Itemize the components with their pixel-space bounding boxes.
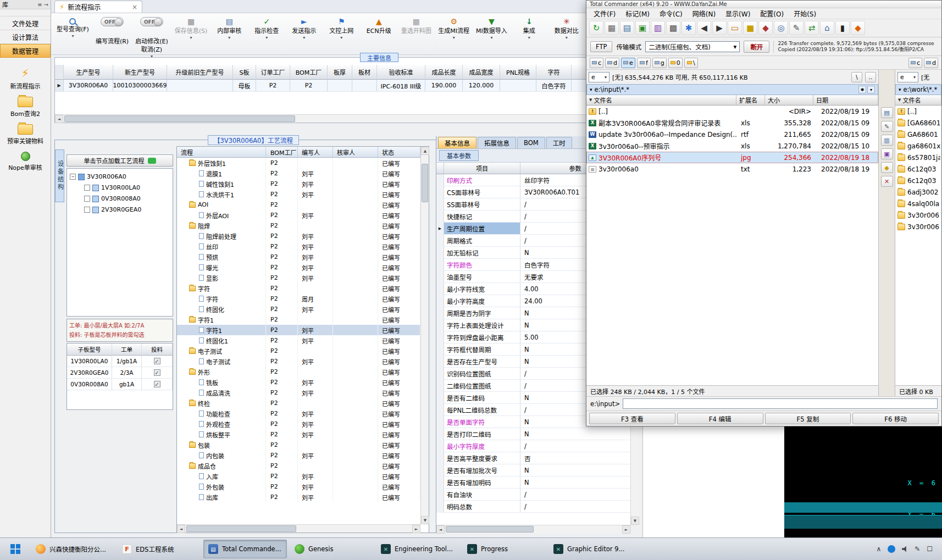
- scroll-left-icon[interactable]: ◄: [177, 525, 185, 533]
- 预烘[interactable]: 预烘 P2 刘平 已编写: [177, 252, 420, 262]
- 3v30r006a0[interactable]: 3v30r006a0 txt 1,223 2022/08/18 19: [586, 163, 878, 175]
- print-icon[interactable]: ▭: [728, 21, 742, 35]
- tree-child-node[interactable]: 2V30R0GEA0: [70, 206, 170, 213]
- feed-checkbox[interactable]: ✓: [154, 369, 160, 376]
- taskbar-item[interactable]: EDS工程系统: [117, 540, 201, 558]
- main-info-column-header[interactable]: 成品宽度: [463, 65, 500, 80]
- fkey-button[interactable]: F5 复制: [765, 413, 851, 424]
- scroll-up-icon[interactable]: ▲: [421, 147, 429, 155]
- forward-icon[interactable]: ▶: [712, 21, 727, 35]
- volume-icon[interactable]: [902, 546, 908, 552]
- main-info-column-header[interactable]: 订单工厂: [256, 65, 290, 80]
- 曝光[interactable]: 曝光 P2 刘平 已编写: [177, 262, 420, 273]
- command-input[interactable]: [623, 398, 938, 409]
- 外形[interactable]: 外形 P2 已编写: [177, 367, 420, 377]
- sidebar-menu-item[interactable]: 设计算法: [0, 30, 51, 44]
- param-row[interactable]: 是否高平整度要求 否: [436, 452, 630, 464]
- drive-button[interactable]: c: [590, 58, 603, 68]
- new-folder-icon[interactable]: ◆: [881, 162, 893, 173]
- drive-button[interactable]: c: [908, 58, 922, 68]
- 碱性蚀刻1[interactable]: 碱性蚀刻1 P2 刘平 已编写: [177, 179, 420, 189]
- tree-view-icon[interactable]: ▥: [651, 21, 665, 35]
- drive-button[interactable]: d: [924, 58, 938, 68]
- path-bar[interactable]: ▾ e:\work\*.*: [895, 84, 941, 95]
- 入库[interactable]: 入库 P2 刘平 已编写: [177, 471, 420, 481]
- off-toggle[interactable]: OFF: [101, 17, 124, 26]
- disconnect-button[interactable]: 断开: [744, 41, 769, 53]
- main-info-column-header[interactable]: 生产型号: [64, 65, 113, 80]
- 字符[interactable]: 字符 P2 已编写: [177, 283, 420, 293]
- drive-button[interactable]: g: [652, 58, 667, 68]
- start-modify-toggle[interactable]: OFF 启动修改(E) 取消(Z) ▾: [134, 16, 169, 60]
- AOI[interactable]: AOI P2 已编写: [177, 199, 420, 210]
- scroll-thumb[interactable]: [446, 526, 534, 533]
- chevron-down-icon[interactable]: ▾: [453, 36, 455, 40]
- ftp-button[interactable]: FTP: [590, 41, 612, 52]
- 外观检查[interactable]: 外观检查 P2 刘平 已编写: [177, 419, 420, 429]
- chevron-down-icon[interactable]: ▾: [303, 36, 305, 40]
- quick-view-icon[interactable]: ▣: [635, 21, 650, 35]
- menu-item[interactable]: 开始(S): [789, 8, 821, 19]
- 退膜1[interactable]: 退膜1 P2 刘平 已编写: [177, 168, 420, 179]
- 字符1[interactable]: 字符1 P2 刘平 已编写: [177, 325, 420, 335]
- tree-child-node[interactable]: 0V30R008A0: [70, 195, 170, 202]
- column-header-date[interactable]: 日期: [813, 95, 878, 106]
- param-row[interactable]: 是否有增加批次号 N: [436, 464, 630, 476]
- main-info-column-header[interactable]: 板厚: [328, 65, 352, 80]
- 外层蚀刻1[interactable]: 外层蚀刻1 P2 已编写: [177, 158, 420, 168]
- fkey-button[interactable]: F4 编辑: [677, 413, 763, 424]
- drive-button[interactable]: e: [621, 58, 635, 68]
- 终固化[interactable]: 终固化 P2 刘平 已编写: [177, 304, 420, 314]
- pack-icon[interactable]: ■: [743, 21, 757, 35]
- favorites-icon[interactable]: ✱: [681, 21, 696, 35]
- ecn-upgrade-button[interactable]: ECN升级: [362, 16, 395, 36]
- model-query-button[interactable]: 型号查询(F) ▾: [56, 16, 90, 40]
- taskbar-item[interactable]: Graphic Editor 9...: [548, 540, 632, 558]
- mi-import-button[interactable]: MI数据导入 ▾: [475, 16, 508, 41]
- column-header-size[interactable]: 大小: [765, 95, 813, 106]
- main-info-hscrollbar[interactable]: ◄ ►: [55, 114, 639, 123]
- column-header-name[interactable]: ▼文件名: [586, 95, 736, 106]
- taskbar-item[interactable]: Genesis: [290, 540, 373, 558]
- menu-item[interactable]: 网络(N): [688, 8, 721, 19]
- chevron-down-icon[interactable]: ▾: [340, 36, 342, 40]
- 成品仓[interactable]: 成品仓 P2 已编写: [177, 461, 420, 471]
- ga68601x[interactable]: ga68601x: [895, 140, 941, 152]
- sidebar-shortcut[interactable]: 新流程指示: [0, 66, 51, 90]
- detail-subtab[interactable]: 基本参数: [439, 150, 479, 161]
- 电子测试[interactable]: 电子测试 P2 刘平 已编写: [177, 356, 420, 367]
- 副本3V30R006A0非常规合同评审记录表[interactable]: 副本3V30R006A0非常规合同评审记录表 xls 355,328 2022/…: [586, 117, 878, 129]
- main-info-column-header[interactable]: BOM工厂: [290, 65, 328, 80]
- 外包装[interactable]: 外包装 P2 刘平 已编写: [177, 481, 420, 492]
- edit-file-icon[interactable]: ✎: [881, 121, 893, 132]
- sidebar-shortcut[interactable]: Nope单审核: [0, 152, 51, 171]
- fkey-button[interactable]: F3 查看: [589, 413, 675, 424]
- flow-table-hscrollbar[interactable]: ◄ ►: [177, 524, 420, 533]
- sidebar-shortcut[interactable]: 预审关键物料: [0, 124, 51, 145]
- parent-dir-button[interactable]: ..: [865, 72, 876, 82]
- param-row[interactable]: 是否打印二维码 N: [436, 428, 630, 440]
- sync-dirs-icon[interactable]: ⇄: [805, 21, 819, 35]
- start-button[interactable]: [3, 540, 28, 558]
- column-header[interactable]: 流程: [177, 147, 266, 158]
- menu-item[interactable]: 文件(F): [589, 8, 620, 19]
- param-row[interactable]: 最小字符厚度 /: [436, 440, 630, 452]
- full-view-icon[interactable]: ▤: [620, 21, 634, 35]
- flow-table-vscrollbar[interactable]: ▲ ▼: [420, 147, 429, 524]
- param-row[interactable]: 明码总数 /: [436, 501, 630, 513]
- 烘板整平[interactable]: 烘板整平 P2 刘平 已编写: [177, 429, 420, 440]
- drive-button[interactable]: d: [605, 58, 619, 68]
- 阻焊[interactable]: 阻焊 P2 已编写: [177, 220, 420, 231]
- 4salq00la[interactable]: 4salq00la: [895, 198, 941, 209]
- history-button[interactable]: ▾: [867, 86, 875, 93]
- 丝印[interactable]: 丝印 P2 刘平 已编写: [177, 241, 420, 252]
- chevron-down-icon[interactable]: ▾: [490, 36, 492, 40]
- 功能检查[interactable]: 功能检查 P2 刘平 已编写: [177, 408, 420, 419]
- 包装[interactable]: 包装 P2 已编写: [177, 440, 420, 450]
- pin-icon[interactable]: →: [44, 2, 48, 8]
- column-header[interactable]: 子板型号: [67, 343, 112, 356]
- sidebar-menu-item[interactable]: 数据管理: [0, 44, 51, 58]
- multi-rename-icon[interactable]: ✎: [789, 21, 804, 35]
- tc-titlebar[interactable]: Total Commander (x64) 9.20 - WWW.DaYanZa…: [586, 1, 941, 8]
- gen-mi-flow-button[interactable]: 生成MI流程 ▾: [437, 16, 470, 41]
